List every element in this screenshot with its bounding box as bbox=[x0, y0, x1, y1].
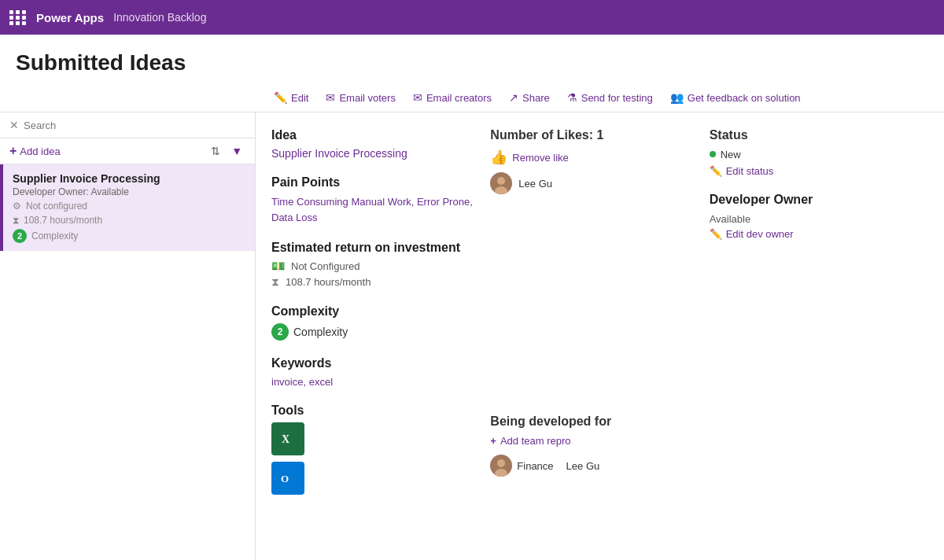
team-row: Finance Lee Gu bbox=[490, 455, 693, 477]
liker-name: Lee Gu bbox=[518, 178, 552, 190]
roi-hours: 108.7 hours/month bbox=[286, 276, 371, 288]
send-testing-button[interactable]: ⚗ Send for testing bbox=[561, 88, 659, 107]
detail-left-col: Idea Supplier Invoice Processing Pain Po… bbox=[271, 128, 490, 514]
detail-right-col: Status New ✏️ Edit status Developer Owne… bbox=[710, 128, 928, 514]
svg-point-8 bbox=[497, 459, 505, 467]
main-layout: ✕ + Add idea ⇅ ▼ Supplier Invoice Proces… bbox=[0, 112, 944, 560]
thumbup-icon: 👍 bbox=[490, 149, 507, 166]
svg-point-5 bbox=[497, 177, 505, 185]
keywords-text: invoice, excel bbox=[271, 376, 333, 388]
share-button[interactable]: ↗ Share bbox=[503, 88, 556, 107]
idea-complexity-meta: 2 Complexity bbox=[13, 229, 245, 243]
money-icon: 💵 bbox=[271, 260, 285, 272]
status-value: New bbox=[710, 149, 741, 160]
keywords-label: Keywords bbox=[271, 356, 474, 370]
likes-section: Number of Likes: 1 👍 Remove like Lee Gu bbox=[490, 128, 693, 194]
get-feedback-button[interactable]: 👥 Get feedback on solution bbox=[664, 88, 807, 107]
tools-section: Tools X O bbox=[271, 403, 474, 498]
remove-like-button[interactable]: 👍 Remove like bbox=[490, 149, 569, 166]
roi-label: Estimated return on investment bbox=[271, 241, 474, 255]
edit-icon: ✏️ bbox=[274, 91, 287, 104]
complexity-badge-large: 2 bbox=[271, 323, 289, 341]
hourglass-icon: ⧗ bbox=[13, 215, 19, 226]
idea-meta: ⚙ Not configured bbox=[13, 201, 245, 212]
list-item[interactable]: Supplier Invoice Processing Developer Ow… bbox=[0, 164, 255, 251]
close-search-icon[interactable]: ✕ bbox=[9, 119, 19, 131]
team-person: Lee Gu bbox=[566, 460, 600, 472]
email-voters-button[interactable]: ✉ Email voters bbox=[319, 88, 402, 107]
add-team-link[interactable]: + Add team repro bbox=[490, 435, 693, 447]
waffle-menu[interactable] bbox=[9, 10, 27, 25]
roi-not-configured-row: 💵 Not Configured bbox=[271, 260, 474, 272]
idea-link[interactable]: Supplier Invoice Processing bbox=[271, 147, 407, 160]
filter-icon[interactable]: ▼ bbox=[228, 143, 245, 159]
team-member-person: Lee Gu bbox=[566, 460, 600, 472]
idea-label: Idea bbox=[271, 128, 474, 142]
keywords-section: Keywords invoice, excel bbox=[271, 356, 474, 388]
idea-hours-meta: ⧗ 108.7 hours/month bbox=[13, 215, 245, 226]
page-header: Submitted Ideas bbox=[0, 35, 944, 83]
svg-text:O: O bbox=[281, 473, 289, 484]
edit-button[interactable]: ✏️ Edit bbox=[267, 88, 315, 107]
right-panel: Idea Supplier Invoice Processing Pain Po… bbox=[256, 112, 944, 560]
idea-section: Idea Supplier Invoice Processing bbox=[271, 128, 474, 160]
pain-points-label: Pain Points bbox=[271, 175, 474, 190]
being-developed-section: Being developed for + Add team repro bbox=[490, 414, 693, 477]
hourglass-roi-icon: ⧗ bbox=[271, 275, 279, 289]
pain-points-text: Time Consuming Manual Work, Error Prone,… bbox=[271, 194, 474, 225]
edit-dev-icon: ✏️ bbox=[710, 228, 722, 240]
search-input[interactable] bbox=[24, 120, 245, 131]
liker-avatar bbox=[490, 172, 512, 194]
top-nav: Power Apps Innovation Backlog bbox=[0, 0, 944, 35]
tools-label: Tools bbox=[271, 403, 474, 418]
team-avatar bbox=[490, 455, 512, 477]
toolbar: ✏️ Edit ✉ Email voters ✉ Email creators … bbox=[0, 83, 944, 112]
left-panel: ✕ + Add idea ⇅ ▼ Supplier Invoice Proces… bbox=[0, 112, 256, 560]
liker-row: Lee Gu bbox=[490, 172, 693, 194]
dev-owner-section: Developer Owner Available ✏️ Edit dev ow… bbox=[710, 193, 928, 241]
svg-text:X: X bbox=[282, 433, 289, 445]
roi-section: Estimated return on investment 💵 Not Con… bbox=[271, 241, 474, 289]
team-member-dept: Finance bbox=[490, 455, 553, 477]
excel-tool-icon: X bbox=[271, 422, 304, 455]
dev-owner-value: Available bbox=[710, 212, 928, 227]
share-icon: ↗ bbox=[509, 91, 518, 104]
email-voters-icon: ✉ bbox=[326, 91, 335, 104]
complexity-section: Complexity 2 Complexity bbox=[271, 304, 474, 341]
pain-points-section: Pain Points Time Consuming Manual Work, … bbox=[271, 175, 474, 225]
complexity-text: Complexity bbox=[293, 326, 348, 338]
page-title: Submitted Ideas bbox=[16, 50, 928, 76]
sort-icon[interactable]: ⇅ bbox=[208, 143, 223, 159]
email-creators-button[interactable]: ✉ Email creators bbox=[407, 88, 498, 107]
feedback-icon: 👥 bbox=[670, 91, 684, 104]
edit-status-link[interactable]: ✏️ Edit status bbox=[710, 165, 928, 177]
gear-icon: ⚙ bbox=[13, 201, 21, 212]
flask-icon: ⚗ bbox=[567, 91, 577, 104]
idea-list: Supplier Invoice Processing Developer Ow… bbox=[0, 164, 255, 560]
detail-mid-col: Number of Likes: 1 👍 Remove like Lee Gu bbox=[490, 128, 709, 514]
edit-status-icon: ✏️ bbox=[710, 165, 722, 177]
team-dept: Finance bbox=[517, 460, 553, 472]
app-name: Power Apps bbox=[36, 11, 104, 24]
search-bar: ✕ bbox=[0, 112, 255, 138]
being-developed-label: Being developed for bbox=[490, 414, 693, 429]
roi-not-configured: Not Configured bbox=[291, 260, 360, 272]
complexity-badge: 2 bbox=[13, 229, 27, 243]
edit-dev-owner-link[interactable]: ✏️ Edit dev owner bbox=[710, 228, 928, 240]
roi-hours-row: ⧗ 108.7 hours/month bbox=[271, 275, 474, 289]
status-section: Status New ✏️ Edit status bbox=[710, 128, 928, 177]
plus-team-icon: + bbox=[490, 435, 496, 447]
dev-owner-label: Developer Owner bbox=[710, 193, 928, 207]
breadcrumb: Innovation Backlog bbox=[113, 11, 206, 24]
idea-title: Supplier Invoice Processing bbox=[13, 172, 245, 185]
likes-label: Number of Likes: 1 bbox=[490, 128, 693, 142]
add-idea-button[interactable]: + Add idea bbox=[9, 144, 203, 158]
add-idea-bar: + Add idea ⇅ ▼ bbox=[0, 138, 255, 164]
idea-subtitle: Developer Owner: Available bbox=[13, 186, 245, 197]
complexity-label: Complexity bbox=[271, 304, 474, 319]
outlook-tool-icon: O bbox=[271, 462, 304, 495]
status-label: Status bbox=[710, 128, 928, 142]
plus-icon: + bbox=[9, 144, 17, 158]
email-creators-icon: ✉ bbox=[413, 91, 422, 104]
